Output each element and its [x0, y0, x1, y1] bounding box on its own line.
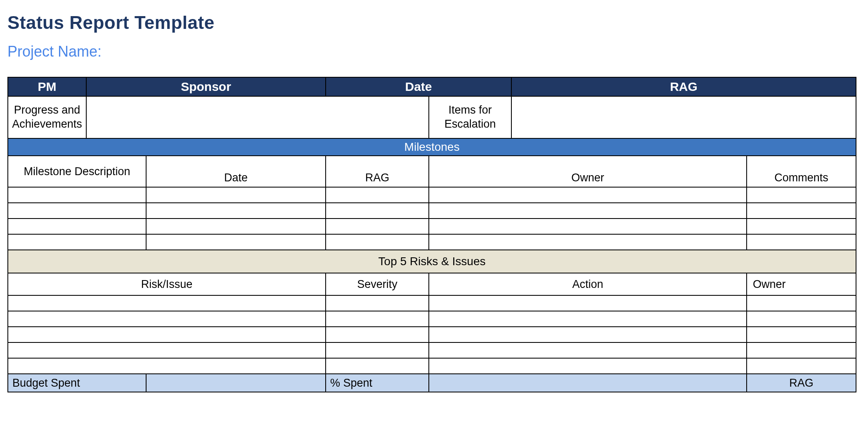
col-risk-owner: Owner — [747, 273, 856, 295]
band-milestones: Milestones — [8, 138, 856, 156]
col-milestone-rag: RAG — [326, 156, 429, 187]
band-risks: Top 5 Risks & Issues — [8, 250, 856, 273]
header-rag: RAG — [511, 77, 856, 96]
col-risk-severity: Severity — [326, 273, 429, 295]
header-sponsor: Sponsor — [86, 77, 326, 96]
risk-row[interactable] — [8, 342, 856, 358]
risk-row[interactable] — [8, 327, 856, 342]
cell-pct-spent-value[interactable] — [429, 374, 747, 392]
header-pm: PM — [8, 77, 86, 96]
status-report-table: PM Sponsor Date RAG Progress and Achieve… — [7, 77, 856, 392]
col-milestone-owner: Owner — [429, 156, 747, 187]
label-pct-spent: % Spent — [326, 374, 429, 392]
col-risk-issue: Risk/Issue — [8, 273, 326, 295]
milestone-row[interactable] — [8, 203, 856, 219]
header-date: Date — [326, 77, 511, 96]
col-milestone-comments: Comments — [747, 156, 856, 187]
cell-progress-value[interactable] — [86, 96, 429, 138]
label-budget-rag: RAG — [747, 374, 856, 392]
label-budget-spent: Budget Spent — [8, 374, 146, 392]
col-milestone-date: Date — [146, 156, 326, 187]
risk-row[interactable] — [8, 295, 856, 311]
cell-escalation-value[interactable] — [511, 96, 856, 138]
milestone-row[interactable] — [8, 234, 856, 250]
col-milestone-description: Milestone Description — [8, 156, 146, 187]
document-title: Status Report Template — [7, 12, 861, 33]
label-items-escalation: Items for Escalation — [429, 96, 511, 138]
milestone-row[interactable] — [8, 187, 856, 203]
label-progress-achievements: Progress and Achievements — [8, 96, 86, 138]
project-name-label: Project Name: — [7, 43, 861, 60]
risk-row[interactable] — [8, 358, 856, 374]
milestone-row[interactable] — [8, 219, 856, 234]
risk-row[interactable] — [8, 311, 856, 327]
cell-budget-spent-value[interactable] — [146, 374, 326, 392]
col-risk-action: Action — [429, 273, 747, 295]
